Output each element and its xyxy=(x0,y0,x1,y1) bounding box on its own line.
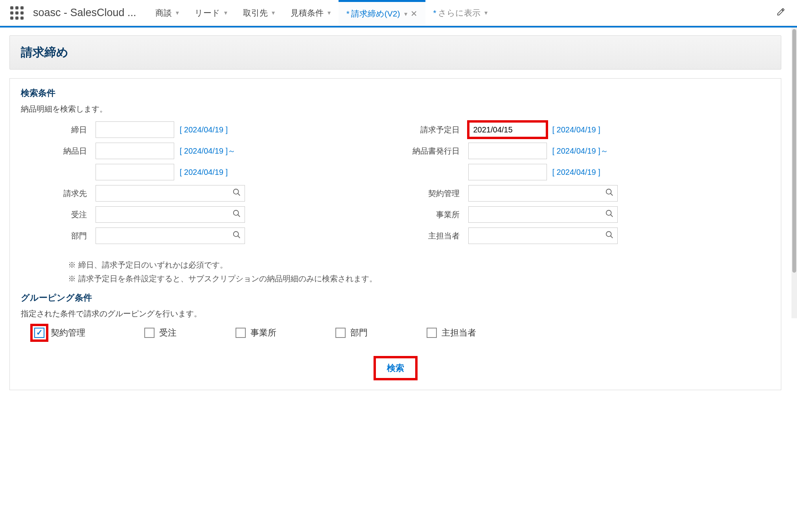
office-label: 事業所 xyxy=(401,209,468,220)
checkbox-owner[interactable] xyxy=(427,328,437,338)
scheduled-date-input[interactable] xyxy=(468,121,547,138)
department-input[interactable] xyxy=(96,227,245,244)
office-input[interactable] xyxy=(468,206,618,223)
svg-line-7 xyxy=(610,193,613,196)
highlight-box xyxy=(33,326,46,339)
app-title: soasc - SalesCloud ... xyxy=(33,7,136,19)
search-icon[interactable] xyxy=(605,188,614,199)
closing-date-hint[interactable]: [ 2024/04/19 ] xyxy=(180,125,228,134)
closing-date-label: 締日 xyxy=(21,125,96,135)
tab-label: 見積条件 xyxy=(291,7,324,18)
delivery-date-to-input[interactable] xyxy=(96,164,174,180)
tab-opportunity[interactable]: 商談 ▾ xyxy=(147,0,187,26)
edit-icon[interactable] xyxy=(768,7,794,18)
search-section-title: 検索条件 xyxy=(21,87,770,99)
scrollbar-thumb[interactable] xyxy=(792,29,796,273)
search-panel: 検索条件 納品明細を検索します。 締日 [ 2024/04/19 ] 納品日 xyxy=(9,78,781,390)
unsaved-indicator-icon: * xyxy=(346,9,350,18)
group-section-desc: 指定された条件で請求のグルーピングを行います。 xyxy=(21,308,770,319)
tab-label: さらに表示 xyxy=(438,7,480,18)
svg-point-6 xyxy=(606,189,611,194)
nav-tabs: 商談 ▾ リード ▾ 取引先 ▾ 見積条件 ▾ * 請求締め(V2) ▾ ✕ *… xyxy=(147,0,495,26)
chevron-down-icon[interactable]: ▾ xyxy=(404,10,407,18)
group-section-title: グルーピング条件 xyxy=(21,292,770,304)
order-label: 受注 xyxy=(21,209,96,220)
search-icon[interactable] xyxy=(605,209,614,220)
svg-line-5 xyxy=(238,236,240,238)
tab-label: リード xyxy=(195,7,220,18)
checkbox-office[interactable] xyxy=(236,328,246,338)
chevron-down-icon[interactable]: ▾ xyxy=(484,9,488,17)
delivery-date-label: 納品日 xyxy=(21,146,96,156)
tab-label: 取引先 xyxy=(243,7,268,18)
svg-line-9 xyxy=(610,215,613,217)
delivery-date-from-hint[interactable]: [ 2024/04/19 ]～ xyxy=(180,146,236,156)
tab-label: 商談 xyxy=(155,7,172,18)
notes: ※ 締日、請求予定日のいずれかは必須です。 ※ 請求予定日を条件設定すると、サブ… xyxy=(21,260,770,284)
chevron-down-icon[interactable]: ▾ xyxy=(328,9,331,17)
order-input[interactable] xyxy=(96,206,245,223)
issue-date-to-hint[interactable]: [ 2024/04/19 ] xyxy=(552,168,600,177)
contract-input[interactable] xyxy=(468,185,618,202)
tab-billing-close-active[interactable]: * 請求締め(V2) ▾ ✕ xyxy=(339,0,425,26)
search-icon[interactable] xyxy=(232,231,241,241)
closing-date-input[interactable] xyxy=(96,121,174,138)
page-title: 請求締め xyxy=(21,44,770,61)
unsaved-indicator-icon: * xyxy=(433,8,436,18)
contract-label: 契約管理 xyxy=(401,188,468,199)
svg-point-0 xyxy=(234,189,239,194)
checkbox-department-label: 部門 xyxy=(350,327,368,339)
issue-date-from-input[interactable] xyxy=(468,143,547,159)
svg-point-10 xyxy=(606,231,611,237)
svg-point-4 xyxy=(234,231,239,237)
owner-label: 主担当者 xyxy=(401,231,468,241)
scheduled-date-hint[interactable]: [ 2024/04/19 ] xyxy=(552,125,600,134)
checkbox-order[interactable] xyxy=(144,328,155,338)
scheduled-date-label: 請求予定日 xyxy=(401,125,468,135)
svg-point-2 xyxy=(234,210,239,215)
svg-line-3 xyxy=(238,215,240,217)
billing-to-label: 請求先 xyxy=(21,188,96,199)
search-button[interactable]: 検索 xyxy=(387,362,404,374)
department-label: 部門 xyxy=(21,231,96,241)
search-icon[interactable] xyxy=(232,188,241,199)
tab-lead[interactable]: リード ▾ xyxy=(187,0,235,26)
checkbox-order-label: 受注 xyxy=(159,327,177,339)
tab-label: 請求締め(V2) xyxy=(351,8,400,19)
note-1: ※ 締日、請求予定日のいずれかは必須です。 xyxy=(68,260,770,270)
checkbox-contract[interactable] xyxy=(34,328,44,338)
search-icon[interactable] xyxy=(232,209,241,220)
issue-date-from-hint[interactable]: [ 2024/04/19 ]～ xyxy=(552,146,608,156)
svg-line-1 xyxy=(238,193,240,196)
issue-date-to-input[interactable] xyxy=(468,164,547,180)
tab-more[interactable]: * さらに表示 ▾ xyxy=(425,0,495,26)
billing-to-input[interactable] xyxy=(96,185,245,202)
checkbox-department[interactable] xyxy=(335,328,346,338)
checkbox-office-label: 事業所 xyxy=(250,327,276,339)
svg-point-8 xyxy=(606,210,611,215)
chevron-down-icon[interactable]: ▾ xyxy=(272,9,275,17)
scrollbar[interactable] xyxy=(791,28,797,318)
checkbox-owner-label: 主担当者 xyxy=(442,327,476,339)
owner-input[interactable] xyxy=(468,227,618,244)
chevron-down-icon[interactable]: ▾ xyxy=(224,9,227,17)
delivery-date-to-hint[interactable]: [ 2024/04/19 ] xyxy=(180,168,228,177)
search-section-desc: 納品明細を検索します。 xyxy=(21,104,770,114)
note-2: ※ 請求予定日を条件設定すると、サブスクリプションの納品明細のみに検索されます。 xyxy=(68,273,770,284)
tab-account[interactable]: 取引先 ▾ xyxy=(235,0,283,26)
app-bar: soasc - SalesCloud ... 商談 ▾ リード ▾ 取引先 ▾ … xyxy=(0,0,797,26)
svg-line-11 xyxy=(610,236,613,238)
checkbox-contract-label: 契約管理 xyxy=(51,327,85,339)
issue-date-label: 納品書発行日 xyxy=(401,146,468,156)
search-icon[interactable] xyxy=(605,231,614,241)
tab-quote-condition[interactable]: 見積条件 ▾ xyxy=(283,0,339,26)
delivery-date-from-input[interactable] xyxy=(96,143,174,159)
chevron-down-icon[interactable]: ▾ xyxy=(176,9,179,17)
close-icon[interactable]: ✕ xyxy=(410,9,418,18)
app-launcher-icon[interactable] xyxy=(3,2,31,24)
page-title-panel: 請求締め xyxy=(9,35,781,70)
highlight-box: 検索 xyxy=(376,358,415,378)
